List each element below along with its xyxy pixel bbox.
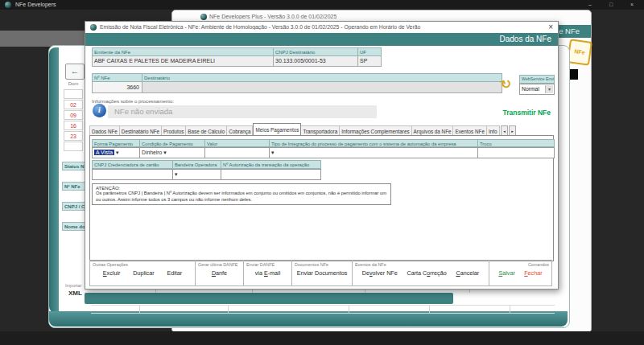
cancelar-button[interactable]: Cancelar bbox=[456, 269, 479, 277]
uf-value: SP bbox=[357, 56, 382, 67]
destinatario-field[interactable] bbox=[142, 82, 502, 93]
filter-label-numero: Nº NFe bbox=[62, 182, 86, 191]
uf-header: UF bbox=[357, 47, 382, 56]
window-controls: – □ × bbox=[580, 0, 642, 10]
excluir-button[interactable]: Excluir bbox=[103, 269, 121, 277]
enviar-documentos-button[interactable]: Enviar Documentos bbox=[297, 269, 348, 277]
chevron-down-icon[interactable]: ▾ bbox=[271, 150, 274, 155]
bandeira-operadora-header: Bandeira Operadora bbox=[172, 160, 221, 169]
calendar-cell[interactable]: 16 bbox=[64, 121, 83, 130]
filter-label-nome: Nome do bbox=[62, 222, 86, 231]
chevron-down-icon[interactable]: ▾ bbox=[116, 150, 118, 155]
cnpj-credenciadora-header: CNPJ Credenciadora de cartão bbox=[92, 160, 172, 169]
group-label: Eventos da NFe bbox=[353, 261, 489, 267]
filter-label-status: Status N bbox=[62, 162, 86, 170]
group-label: Outras Operações bbox=[90, 261, 195, 267]
webservice-envio-select[interactable]: Normal ▾ bbox=[519, 84, 555, 95]
group-eventos-da-nfe: Eventos da NFe Devolver NFe Carta Correç… bbox=[352, 261, 489, 285]
calendar-cell[interactable]: 09 bbox=[64, 110, 83, 120]
valor-field[interactable] bbox=[204, 147, 269, 158]
bandeira-operadora-select[interactable]: ▾ bbox=[172, 169, 221, 180]
transmitir-nfe-link[interactable]: Transmitir NFe bbox=[438, 109, 551, 117]
tipo-integracao-select[interactable]: ▾ bbox=[269, 147, 477, 158]
chevron-down-icon[interactable]: ▾ bbox=[175, 171, 177, 177]
forma-pagamento-value: A Vista bbox=[94, 150, 114, 155]
atencao-notice: ATENÇÃO: Os parâmetros CNPJ | Bandeira |… bbox=[92, 183, 391, 205]
group-label: Gerar última DANFE bbox=[196, 261, 243, 267]
chevron-down-icon[interactable]: ▾ bbox=[163, 150, 166, 155]
calendar-cell[interactable] bbox=[64, 142, 83, 151]
panel-bar-fragment bbox=[85, 293, 453, 304]
group-comandos: Comandos Salvar Fechar bbox=[489, 261, 551, 285]
group-gerar-danfe: Gerar última DANFE Danfe bbox=[195, 261, 243, 285]
calendar-cell[interactable] bbox=[64, 89, 83, 99]
autorizacao-field[interactable] bbox=[221, 169, 321, 180]
troco-header: Troco bbox=[477, 139, 555, 147]
salvar-button[interactable]: Salvar bbox=[498, 269, 514, 277]
cnpj-destinatario-header: CNPJ Destinatário bbox=[273, 47, 357, 56]
carta-correcao-button[interactable]: Carta Correção bbox=[407, 269, 447, 277]
back-arrow-icon[interactable]: ← bbox=[65, 64, 85, 80]
processing-label: Informações sobre o processamento: bbox=[92, 98, 174, 104]
atencao-body: Os parâmetros CNPJ | Bandeira | Nº Autor… bbox=[96, 191, 387, 203]
numero-nfe-header: Nº NFe bbox=[92, 73, 142, 82]
desktop: NFe Developers – □ × NFe Developers Plus… bbox=[0, 0, 644, 345]
group-label: Comandos bbox=[489, 261, 551, 267]
payment-headers-row2: CNPJ Credenciadora de cartão Bandeira Op… bbox=[92, 160, 321, 169]
window-left-border bbox=[49, 47, 59, 313]
maximize-icon[interactable]: □ bbox=[601, 0, 621, 10]
forma-pagamento-select[interactable]: A Vista ▾ bbox=[92, 147, 139, 158]
valor-header: Valor bbox=[204, 139, 269, 147]
app-logo-icon bbox=[5, 2, 11, 8]
numero-nfe-field[interactable]: 3660 bbox=[92, 82, 142, 93]
group-label: Enviar DANFE bbox=[244, 261, 291, 267]
destinatario-header: Destinatário bbox=[142, 73, 502, 82]
forma-pagamento-header: Forma Pagamento bbox=[92, 139, 139, 147]
webservice-envio-value: Normal bbox=[522, 86, 539, 92]
calendar-cell[interactable]: 02 bbox=[64, 100, 83, 109]
cnpj-credenciadora-field[interactable] bbox=[92, 169, 172, 180]
condicao-pagamento-header: Condição de Pagamento bbox=[139, 139, 204, 147]
fechar-button[interactable]: Fechar bbox=[524, 269, 542, 277]
dialog-icon bbox=[90, 24, 97, 31]
duplicar-button[interactable]: Duplicar bbox=[133, 269, 154, 277]
importar-label: Importar bbox=[65, 283, 81, 288]
group-enviar-danfe: Enviar DANFE via E-mail bbox=[243, 261, 291, 285]
calendar-cell[interactable]: 23 bbox=[64, 131, 83, 141]
emitente-value: ABF CAIXAS E PALETES DE MADEIRA EIRELI bbox=[92, 56, 273, 67]
minimize-icon[interactable]: – bbox=[580, 0, 601, 10]
condicao-pagamento-select[interactable]: Dinheiro ▾ bbox=[139, 147, 204, 158]
nfe-status-bar: NFe não enviada bbox=[108, 105, 377, 118]
nfe-logo-icon: NFe bbox=[567, 39, 592, 66]
tipo-integracao-header: Tipo de Integração do processo de pagame… bbox=[269, 139, 477, 147]
plus-window-title: NFe Developers Plus - Versão 3.0.0 de 01… bbox=[209, 14, 336, 19]
cnpj-destinatario-value: 30.133.005/0001-53 bbox=[273, 56, 357, 67]
autorizacao-header: Nº Autorização da transação da operação bbox=[221, 160, 321, 169]
dialog-titlebar: Emissão de Nota Fiscal Eletrônica - NFe:… bbox=[85, 22, 558, 33]
webservice-envio-label: WebService Envio bbox=[519, 75, 555, 84]
xml-button[interactable]: XML bbox=[68, 290, 82, 297]
group-documentos-nfe: Documentos NFe Enviar Documentos bbox=[291, 261, 352, 285]
emitente-table: Emitente da NFe CNPJ Destinatário UF ABF… bbox=[92, 47, 382, 67]
close-icon[interactable]: × bbox=[621, 0, 642, 10]
app-title: NFe Developers bbox=[15, 2, 56, 8]
editar-button[interactable]: Editar bbox=[167, 269, 182, 277]
payment-values-row1: A Vista ▾ Dinheiro ▾ ▾ bbox=[92, 147, 555, 158]
nfe-tab-strip: Dados NFe Destinatário NFe Produtos Base… bbox=[89, 123, 554, 136]
condicao-pagamento-value: Dinheiro bbox=[142, 150, 162, 155]
troco-field[interactable] bbox=[477, 147, 555, 158]
payment-values-row2: ▾ bbox=[92, 169, 321, 180]
payment-headers-row1: Forma Pagamento Condição de Pagamento Va… bbox=[92, 139, 555, 147]
group-label: Documentos NFe bbox=[292, 261, 352, 267]
via-email-button[interactable]: via E-mail bbox=[255, 269, 281, 277]
tab-meios-pagamentos[interactable]: Meios Pagamentos bbox=[253, 123, 301, 136]
close-icon[interactable]: × bbox=[548, 23, 553, 32]
chevron-down-icon[interactable]: ▾ bbox=[545, 85, 553, 93]
calendar-day-header: Dom bbox=[64, 81, 83, 86]
devolver-nfe-button[interactable]: Devolver NFe bbox=[362, 269, 398, 277]
dialog-title: Emissão de Nota Fiscal Eletrônica - NFe:… bbox=[100, 24, 535, 30]
dados-da-nfe-dialog: Emissão de Nota Fiscal Eletrônica - NFe:… bbox=[85, 21, 559, 290]
status-bar: informar o valor do Pagamento Num Lock bbox=[0, 331, 644, 345]
danfe-button[interactable]: Danfe bbox=[212, 269, 227, 277]
action-bar: Outras Operações Excluir Duplicar Editar… bbox=[89, 260, 552, 286]
